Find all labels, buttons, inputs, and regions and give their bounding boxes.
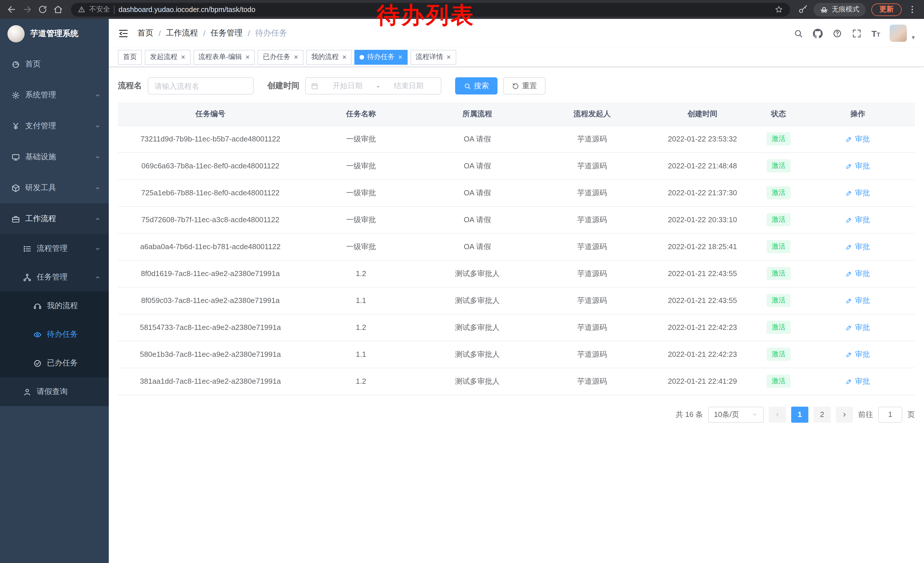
prev-page-button[interactable] [769, 406, 786, 422]
sidebar-item-process-management[interactable]: 流程管理 [0, 234, 109, 263]
approve-link[interactable]: 审批 [846, 295, 870, 306]
approve-link[interactable]: 审批 [846, 161, 870, 171]
app-title: 芋道管理系统 [30, 29, 78, 39]
status-cell: 激活 [756, 260, 801, 287]
approve-link[interactable]: 审批 [846, 349, 870, 359]
help-icon[interactable] [832, 29, 842, 38]
browser-back-icon[interactable] [7, 5, 16, 14]
approve-link[interactable]: 审批 [846, 134, 870, 144]
task-time-cell: 2022-01-22 21:48:48 [649, 152, 756, 179]
sidebar-item-home[interactable]: 首页 [0, 49, 109, 80]
sidebar-item-dev-tools[interactable]: 研发工具 [0, 173, 109, 203]
address-bar[interactable]: 不安全 dashboard.yudao.iocoder.cn/bpm/task/… [71, 3, 790, 17]
search-button[interactable]: 搜索 [455, 77, 498, 95]
sidebar-item-infrastructure[interactable]: 基础设施 [0, 141, 109, 173]
task-id-cell: 73211d9d-7b9b-11ec-b5b7-acde48001122 [118, 125, 303, 152]
approve-link[interactable]: 审批 [846, 242, 870, 252]
font-size-icon[interactable]: TT [872, 29, 880, 38]
view-tab[interactable]: 流程详情× [411, 50, 456, 65]
view-tab[interactable]: 首页 [118, 50, 142, 65]
action-cell: 审批 [801, 125, 915, 152]
breadcrumb-item[interactable]: 首页 [137, 28, 153, 38]
sidebar-item-system[interactable]: 系统管理 [0, 80, 109, 111]
approve-link[interactable]: 审批 [846, 376, 870, 386]
table-row: 8f0d1619-7ac8-11ec-a9e2-a2380e71991a1.2测… [118, 260, 915, 287]
task-starter-cell: 芋道源码 [536, 125, 649, 152]
edit-icon [846, 216, 853, 223]
close-icon[interactable]: × [398, 53, 402, 61]
breadcrumb-separator: / [248, 29, 250, 38]
sidebar-item-task-management[interactable]: 任务管理 [0, 263, 109, 291]
edit-icon [846, 297, 853, 304]
search-icon[interactable] [794, 29, 803, 38]
view-tab[interactable]: 已办任务× [258, 50, 303, 65]
approve-label: 审批 [855, 161, 870, 171]
browser-menu-icon[interactable] [908, 5, 917, 14]
sidebar-item-todo-tasks[interactable]: 待办任务 [0, 320, 109, 349]
sidebar-item-workflow[interactable]: 工作流程 [0, 203, 109, 234]
approve-link[interactable]: 审批 [846, 188, 870, 198]
page-size-select[interactable]: 10条/页 [708, 406, 764, 422]
sidebar-item-label: 已办任务 [47, 358, 101, 368]
column-header: 操作 [801, 102, 915, 125]
task-starter-cell: 芋道源码 [536, 260, 649, 287]
sidebar-item-label: 基础设施 [25, 152, 89, 162]
tab-label: 流程详情 [416, 52, 443, 62]
github-icon[interactable] [813, 29, 823, 38]
view-tab[interactable]: 我的流程× [306, 50, 352, 65]
view-tab[interactable]: 待办任务× [355, 50, 408, 65]
date-range-picker[interactable]: 开始日期 - 结束日期 [305, 77, 441, 95]
pagination: 共 16 条 10条/页 12 前往 页 [118, 406, 915, 422]
breadcrumb-item[interactable]: 任务管理 [211, 28, 243, 38]
approve-label: 审批 [855, 188, 870, 198]
page-number-2[interactable]: 2 [813, 406, 831, 422]
headset-icon [33, 302, 42, 310]
sidebar-item-done-tasks[interactable]: 已办任务 [0, 349, 109, 377]
breadcrumb-item[interactable]: 工作流程 [166, 28, 198, 38]
address-bar-divider [114, 6, 114, 14]
sidebar-item-payment[interactable]: 支付管理 [0, 111, 109, 141]
approve-link[interactable]: 审批 [846, 322, 870, 332]
logo-avatar [8, 25, 25, 42]
sidebar-item-my-process[interactable]: 我的流程 [0, 291, 109, 320]
task-id-cell: 75d72608-7b7f-11ec-a3c8-acde48001122 [118, 206, 303, 233]
update-chip[interactable]: 更新 [872, 3, 902, 16]
column-header: 状态 [756, 102, 801, 125]
approve-link[interactable]: 审批 [846, 268, 870, 279]
table-row: 580e1b3d-7ac8-11ec-a9e2-a2380e71991a1.1测… [118, 341, 915, 368]
status-cell: 激活 [756, 314, 801, 341]
close-icon[interactable]: × [181, 53, 185, 61]
process-name-input[interactable] [148, 77, 254, 95]
view-tab[interactable]: 流程表单-编辑× [193, 50, 255, 65]
browser-home-icon[interactable] [53, 5, 63, 14]
sidebar-collapse-icon[interactable] [118, 28, 129, 39]
fullscreen-icon[interactable] [852, 29, 862, 38]
task-time-cell: 2022-01-21 22:42:23 [649, 314, 756, 341]
bookmark-star-icon[interactable] [775, 5, 783, 14]
password-key-icon[interactable] [798, 5, 808, 14]
browser-reload-icon[interactable] [38, 5, 48, 14]
tabs-bar: 首页发起流程×流程表单-编辑×已办任务×我的流程×待办任务×流程详情× [109, 48, 924, 67]
task-starter-cell: 芋道源码 [536, 233, 649, 260]
next-page-button[interactable] [836, 406, 853, 422]
page-number-1[interactable]: 1 [791, 406, 808, 422]
edit-icon [846, 378, 853, 384]
close-icon[interactable]: × [447, 53, 451, 61]
sidebar-item-leave-query[interactable]: 请假查询 [0, 377, 109, 406]
close-icon[interactable]: × [294, 53, 298, 61]
close-icon[interactable]: × [342, 53, 346, 61]
task-name-cell: 一级审批 [303, 206, 419, 233]
goto-page-input[interactable] [878, 406, 902, 422]
not-secure-warning-icon[interactable] [78, 6, 85, 13]
close-icon[interactable]: × [245, 53, 250, 61]
status-cell: 激活 [756, 233, 801, 260]
task-starter-cell: 芋道源码 [536, 341, 649, 368]
browser-forward-icon[interactable] [22, 5, 32, 14]
approve-link[interactable]: 审批 [846, 215, 870, 225]
view-tab[interactable]: 发起流程× [145, 50, 190, 65]
app-logo[interactable]: 芋道管理系统 [0, 19, 109, 49]
approve-label: 审批 [855, 322, 870, 332]
user-avatar[interactable] [890, 25, 907, 42]
reset-button[interactable]: 重置 [503, 77, 546, 95]
action-cell: 审批 [801, 179, 915, 206]
